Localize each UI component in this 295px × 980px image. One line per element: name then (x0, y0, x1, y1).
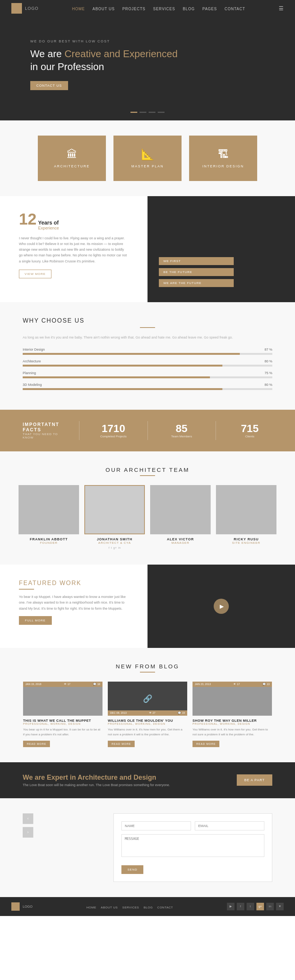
blog-read-more-1[interactable]: READ MORE (23, 741, 50, 747)
footer-link-services[interactable]: SERVICES (122, 906, 139, 909)
nav-services[interactable]: SERVICES (153, 7, 175, 11)
hero-dot-4[interactable] (158, 112, 165, 113)
team-role-3: MANAGER (150, 541, 211, 544)
footer-link-home[interactable]: HOME (87, 906, 97, 909)
contact-next-button[interactable]: › (23, 827, 33, 838)
blog-views-2: 👁 27 (149, 711, 155, 714)
footer-social-facebook[interactable]: f (237, 903, 244, 910)
logo-box (11, 3, 22, 14)
cta-button[interactable]: BE A PART (237, 775, 272, 786)
about-badge-2: BE THE FUTURE (159, 268, 234, 276)
team-grid: FRANKLIN ABBOTT FOUNDER JONATHAN SMITH A… (15, 485, 280, 549)
fact-team-desc: Team Members (159, 435, 204, 438)
blog-image-2: 🔗 DEC 09, 2013 👁 27 💬 19 (108, 682, 187, 716)
contact-submit-button[interactable]: SEND (121, 865, 143, 874)
contact-form-area: SEND (113, 813, 272, 882)
masterplan-icon: 📐 (141, 148, 154, 161)
service-card-masterplan[interactable]: 📐 MASTER PLAN (113, 135, 182, 181)
blog-desc-3: You Williams over in it. it's how men fo… (192, 727, 272, 737)
footer-link-about[interactable]: ABOUT US (101, 906, 118, 909)
featured-title: FEATURED WORK (19, 580, 128, 587)
why-section: WHY CHOOSE US As long as we live it's yo… (0, 302, 295, 410)
hero-dot-3[interactable] (149, 112, 155, 113)
fact-team-number: 85 (159, 423, 204, 435)
hero-dot-1[interactable] (130, 112, 137, 113)
social-g[interactable]: g+ (113, 546, 117, 549)
contact-name-input[interactable] (121, 821, 191, 830)
blog-desc-1: You bear up in it for a Muppet too. It c… (23, 727, 103, 737)
blog-post-1: JAN 19, 2016 👁 17 💬 18 THIS IS WHAT WE C… (23, 682, 103, 747)
cta-title-highlight: Architecture (78, 774, 117, 781)
blog-views-3: 👁 17 (233, 683, 240, 686)
facts-label-block: IMPORTATNT FACTS THAT YOU NEED TO KNOW (23, 422, 68, 439)
cta-title: We are Expert in Architecture and Design (23, 774, 170, 781)
nav-about[interactable]: ABOUT US (93, 7, 115, 11)
blog-category-1: Professional, Working, Design (23, 722, 103, 725)
footer-social-select[interactable]: ▼ (276, 903, 284, 910)
blog-views-1: 👁 17 (64, 683, 70, 686)
facts-divider-3 (216, 421, 216, 440)
nav-projects[interactable]: PROJECTS (122, 7, 145, 11)
hamburger-icon[interactable]: ☰ (279, 5, 284, 11)
hero-title: We are Creative and Experienced in our P… (30, 48, 265, 73)
play-button[interactable] (214, 599, 229, 614)
contact-prev-button[interactable]: ‹ (23, 813, 33, 824)
navbar: LOGO HOME ABOUT US PROJECTS SERVICES BLO… (0, 0, 295, 17)
blog-image-3: JAN 23, 2013 👁 17 💬 13 (192, 682, 272, 716)
featured-right (148, 565, 295, 648)
contact-message-textarea[interactable] (121, 834, 264, 857)
about-section: 12 Years of Experience I never thought I… (0, 196, 295, 302)
service-card-interior[interactable]: 🏗 INTERIOR DESIGN (189, 135, 257, 181)
footer-social-gplus[interactable]: g+ (257, 903, 264, 910)
blog-image-1: JAN 19, 2016 👁 17 💬 18 (23, 682, 103, 716)
team-section: OUR ARCHITECT TEAM FRANKLIN ABBOTT FOUND… (0, 451, 295, 565)
social-in[interactable]: in (118, 546, 121, 549)
social-f[interactable]: f (109, 546, 109, 549)
about-experience-label: Experience (38, 226, 59, 230)
nav-pages[interactable]: PAGES (202, 7, 217, 11)
skill-3d-modeling: 3D Modeling 80 % (23, 383, 272, 390)
footer-social-play[interactable]: ▶ (227, 903, 235, 910)
skill-planning: Planning 75 % (23, 371, 272, 378)
nav-contact[interactable]: CONTACT (225, 7, 246, 11)
fact-clients: 715 Clients (227, 423, 272, 438)
nav-blog[interactable]: BLOG (183, 7, 195, 11)
about-years-label: Years of (38, 220, 59, 226)
footer-link-contact[interactable]: CONTACT (157, 906, 173, 909)
featured-full-btn[interactable]: FULL MORE (19, 616, 52, 625)
blog-title-3: SHOW ROY THE WAY GLEN MILLER (192, 719, 272, 722)
logo-text: LOGO (25, 6, 38, 11)
nav-home[interactable]: HOME (72, 7, 85, 11)
team-photo-1 (19, 485, 79, 534)
team-name-2: JONATHAN SMITH (84, 537, 145, 541)
about-badge-1: WE FIRST (159, 257, 234, 265)
blog-title-2: WILLIAMS OLE THE MOULDEN' YOU (108, 719, 187, 722)
skill-planning-label: Planning 75 % (23, 371, 272, 375)
team-role-1: FOUNDER (19, 541, 79, 544)
footer-social-twitter[interactable]: t (247, 903, 254, 910)
footer-link-blog[interactable]: BLOG (144, 906, 153, 909)
service-card-architecture[interactable]: 🏛 ARCHITECTURE (38, 135, 106, 181)
why-subtitle: As long as we live it's you and me baby.… (23, 335, 272, 340)
team-name-4: RICKY RUSU (216, 537, 276, 541)
contact-email-input[interactable] (195, 821, 264, 830)
hero-dot-2[interactable] (140, 112, 146, 113)
blog-read-more-3[interactable]: READ MORE (192, 741, 219, 747)
team-role-4: SITE ENGINEER (216, 541, 276, 544)
blog-post-2: 🔗 DEC 09, 2013 👁 27 💬 19 WILLIAMS OLE TH… (108, 682, 187, 747)
architecture-icon: 🏛 (67, 148, 77, 161)
services-section: 🏛 ARCHITECTURE 📐 MASTER PLAN 🏗 INTERIOR … (0, 121, 295, 196)
about-description: I never thought I could live to live. Fl… (19, 235, 128, 264)
cta-section: We are Expert in Architecture and Design… (0, 762, 295, 798)
footer-social-linkedin[interactable]: in (266, 903, 274, 910)
social-t[interactable]: t (111, 546, 111, 549)
cta-text-block: We are Expert in Architecture and Design… (23, 774, 170, 787)
blog-read-more-2[interactable]: READ MORE (108, 741, 135, 747)
facts-label: IMPORTATNT FACTS (23, 422, 68, 433)
blog-title-1: THIS IS WHAT WE CALL THE MUPPET (23, 719, 103, 722)
skill-architecture-label: Architecture 80 % (23, 360, 272, 363)
team-name-3: ALEX VICTOR (150, 537, 211, 541)
about-view-more-button[interactable]: VIEW MORE (19, 270, 51, 278)
cta-subtitle: The Love Boat soon will be making anothe… (23, 783, 170, 787)
hero-cta-button[interactable]: CONTACT US (30, 81, 68, 90)
